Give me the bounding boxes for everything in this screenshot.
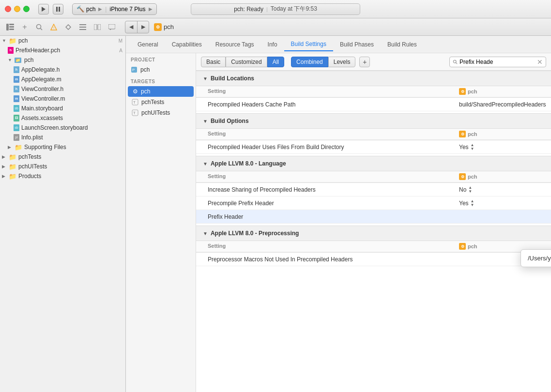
- disclosure-icon[interactable]: ▼: [2, 38, 7, 43]
- tab-build-settings[interactable]: Build Settings: [284, 38, 333, 51]
- filename: LaunchScreen.storyboard: [21, 124, 88, 131]
- list-item[interactable]: pl Info.plist: [0, 133, 125, 142]
- titlebar: 🔨 pch ▶ | iPhone 7 Plus ▶ pch: Ready | T…: [0, 0, 551, 18]
- status-time: Today at 下午9:53: [271, 5, 317, 13]
- root-badge: M: [119, 38, 125, 44]
- folder-icon: 📁: [9, 173, 16, 180]
- disclosure-icon[interactable]: ▶: [2, 154, 7, 159]
- setting-name: Precompiled Headers Cache Path: [196, 99, 454, 110]
- svg-rect-13: [79, 27, 86, 28]
- svg-text:!: !: [53, 26, 54, 30]
- nav-back[interactable]: ◀: [125, 21, 137, 33]
- list-item[interactable]: m ViewController.m: [0, 94, 125, 104]
- stepper-arrows[interactable]: ▲ ▼: [471, 143, 474, 151]
- project-item[interactable]: P pch: [126, 64, 196, 75]
- m-file-icon: m: [14, 95, 19, 102]
- tab-build-rules[interactable]: Build Rules: [381, 38, 424, 51]
- svg-rect-2: [59, 7, 60, 12]
- value-stepper[interactable]: ▲ ▼: [471, 143, 474, 151]
- list-item[interactable]: 🖼 Assets.xcassets: [0, 113, 125, 123]
- list-item[interactable]: ▶ 📁 pchUITests: [0, 162, 125, 171]
- disclosure-icon[interactable]: ▶: [2, 164, 7, 169]
- settings-main: PROJECT P pch TARGETS ⚙ pch T pchTests T…: [126, 53, 551, 392]
- list-item[interactable]: ▶ 📁 pchTests: [0, 152, 125, 162]
- list-item[interactable]: sb Main.storyboard: [0, 104, 125, 113]
- pch-icon: ⚙: [459, 88, 466, 95]
- run-button[interactable]: [38, 4, 49, 15]
- svg-marker-18: [110, 29, 111, 30]
- list-item[interactable]: ▶ 📁 Supporting Files: [0, 142, 125, 152]
- tab-info[interactable]: Info: [261, 38, 284, 51]
- seg-customized[interactable]: Customized: [226, 57, 267, 67]
- col-setting-label: Setting: [196, 129, 454, 140]
- warning-button[interactable]: !: [47, 21, 60, 33]
- disclosure-icon[interactable]: ▼: [8, 58, 13, 62]
- list-item[interactable]: h AppDelegate.h: [0, 65, 125, 75]
- target-name: pch: [141, 88, 150, 95]
- diamond-button[interactable]: [62, 21, 75, 33]
- target-pch[interactable]: ⚙ pch: [128, 86, 194, 97]
- build-options-header[interactable]: ▼ Build Options: [196, 113, 551, 129]
- comment-button[interactable]: [106, 21, 118, 33]
- setting-value[interactable]: No ▲ ▼: [454, 183, 551, 196]
- value-stepper[interactable]: ▲ ▼: [471, 199, 474, 207]
- value-stepper[interactable]: ▲ ▼: [468, 186, 472, 194]
- add-setting-button[interactable]: +: [359, 57, 370, 67]
- stepper-down[interactable]: ▼: [468, 190, 472, 194]
- target-pchtests[interactable]: T pchTests: [126, 97, 196, 107]
- disclosure-icon[interactable]: ▶: [8, 145, 13, 150]
- tab-build-phases[interactable]: Build Phases: [333, 38, 381, 51]
- list-item[interactable]: h ViewController.h: [0, 84, 125, 94]
- tab-general[interactable]: General: [131, 38, 165, 51]
- search-icon: [453, 59, 458, 65]
- stepper-down[interactable]: ▼: [471, 203, 474, 207]
- split-view-button[interactable]: [91, 21, 104, 33]
- stepper-arrows[interactable]: ▲ ▼: [468, 186, 472, 194]
- col-value-text: pch: [468, 243, 477, 249]
- stepper-down[interactable]: ▼: [471, 147, 474, 151]
- list-item[interactable]: sb LaunchScreen.storyboard: [0, 123, 125, 133]
- setting-row: Precompiled Header Uses Files From Build…: [196, 140, 551, 154]
- nav-forward[interactable]: ▶: [137, 21, 149, 33]
- seg-levels[interactable]: Levels: [328, 57, 356, 67]
- setting-value[interactable]: Yes ▲ ▼: [454, 141, 551, 153]
- prefix-header-row[interactable]: Prefix Header: [196, 210, 551, 224]
- sidebar-toggle[interactable]: [4, 21, 16, 33]
- seg-all[interactable]: All: [267, 57, 284, 67]
- list-item[interactable]: ▼ 📁 pch: [0, 55, 125, 65]
- col-value-text: pch: [468, 89, 477, 94]
- filename: Assets.xcassets: [21, 115, 63, 121]
- search-input[interactable]: [459, 59, 535, 65]
- target-pchuitests[interactable]: T pchUITests: [126, 107, 196, 118]
- seg-basic[interactable]: Basic: [201, 57, 226, 67]
- seg-combined[interactable]: Combined: [291, 57, 328, 67]
- tab-resource-tags[interactable]: Resource Tags: [209, 38, 261, 51]
- close-button[interactable]: [5, 6, 11, 12]
- add-file-button[interactable]: +: [18, 21, 31, 33]
- column-headers: Setting ⚙ pch: [196, 241, 551, 253]
- filename: AppDelegate.m: [21, 76, 61, 83]
- search-button[interactable]: [33, 21, 46, 33]
- minimize-button[interactable]: [14, 6, 20, 12]
- list-view-button[interactable]: [77, 21, 89, 33]
- tab-capabilities[interactable]: Capabilities: [165, 38, 209, 51]
- stop-button[interactable]: [53, 4, 63, 15]
- setting-value[interactable]: build/SharedPrecompiledHeaders: [454, 99, 551, 110]
- setting-value[interactable]: [454, 214, 551, 219]
- file-root[interactable]: ▼ 📁 pch M: [0, 36, 125, 45]
- build-locations-header[interactable]: ▼ Build Locations: [196, 71, 551, 86]
- collapse-icon: ▼: [203, 119, 208, 124]
- search-clear-button[interactable]: ✕: [537, 58, 543, 66]
- main-layout: ▼ 📁 pch M h PrefixHeader.pch A ▼ 📁 pch h…: [0, 36, 551, 392]
- llvm-language-header[interactable]: ▼ Apple LLVM 8.0 - Language: [196, 156, 551, 171]
- list-item[interactable]: m AppDelegate.m: [0, 75, 125, 84]
- list-item[interactable]: h PrefixHeader.pch A: [0, 45, 125, 55]
- disclosure-icon[interactable]: ▶: [2, 174, 7, 179]
- setting-value[interactable]: Yes ▲ ▼: [454, 197, 551, 210]
- scheme-selector[interactable]: 🔨 pch ▶ | iPhone 7 Plus ▶: [72, 3, 157, 15]
- list-item[interactable]: ▶ 📁 Products: [0, 171, 125, 181]
- fullscreen-button[interactable]: [23, 6, 30, 12]
- llvm-preprocessing-header[interactable]: ▼ Apple LLVM 8.0 - Preprocessing: [196, 226, 551, 241]
- stepper-arrows[interactable]: ▲ ▼: [471, 199, 474, 207]
- filename: ViewController.m: [21, 95, 65, 102]
